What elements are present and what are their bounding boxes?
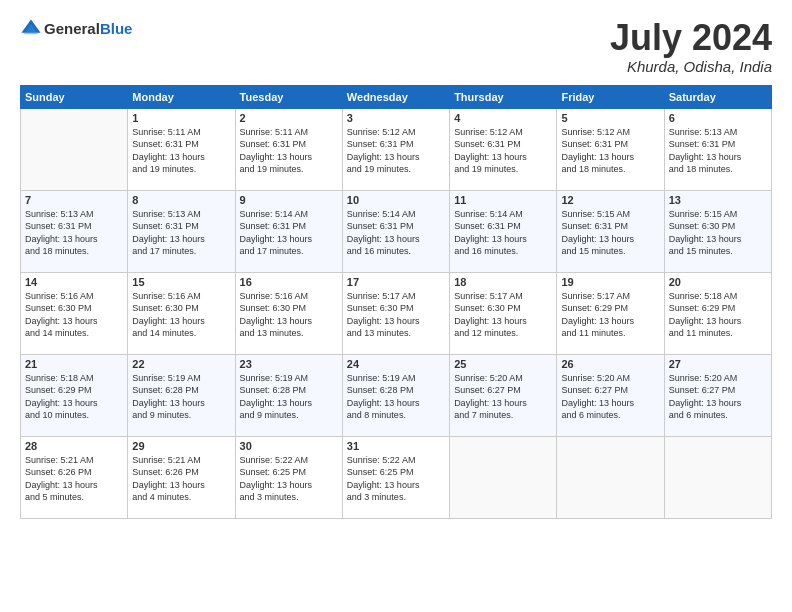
calendar-cell: 21Sunrise: 5:18 AM Sunset: 6:29 PM Dayli… bbox=[21, 354, 128, 436]
day-number: 6 bbox=[669, 112, 767, 124]
header: GeneralBlue July 2024 Khurda, Odisha, In… bbox=[20, 18, 772, 75]
col-header-monday: Monday bbox=[128, 85, 235, 108]
day-number: 19 bbox=[561, 276, 659, 288]
calendar-cell: 20Sunrise: 5:18 AM Sunset: 6:29 PM Dayli… bbox=[664, 272, 771, 354]
calendar-cell bbox=[450, 436, 557, 518]
week-row-5: 28Sunrise: 5:21 AM Sunset: 6:26 PM Dayli… bbox=[21, 436, 772, 518]
day-number: 4 bbox=[454, 112, 552, 124]
day-info: Sunrise: 5:22 AM Sunset: 6:25 PM Dayligh… bbox=[240, 454, 338, 504]
day-info: Sunrise: 5:14 AM Sunset: 6:31 PM Dayligh… bbox=[347, 208, 445, 258]
calendar-cell: 26Sunrise: 5:20 AM Sunset: 6:27 PM Dayli… bbox=[557, 354, 664, 436]
day-info: Sunrise: 5:17 AM Sunset: 6:30 PM Dayligh… bbox=[454, 290, 552, 340]
day-info: Sunrise: 5:12 AM Sunset: 6:31 PM Dayligh… bbox=[347, 126, 445, 176]
logo-icon bbox=[20, 18, 42, 40]
day-number: 22 bbox=[132, 358, 230, 370]
day-number: 31 bbox=[347, 440, 445, 452]
logo: GeneralBlue bbox=[20, 18, 132, 40]
day-number: 5 bbox=[561, 112, 659, 124]
calendar-cell: 12Sunrise: 5:15 AM Sunset: 6:31 PM Dayli… bbox=[557, 190, 664, 272]
day-info: Sunrise: 5:19 AM Sunset: 6:28 PM Dayligh… bbox=[132, 372, 230, 422]
day-info: Sunrise: 5:14 AM Sunset: 6:31 PM Dayligh… bbox=[240, 208, 338, 258]
day-info: Sunrise: 5:14 AM Sunset: 6:31 PM Dayligh… bbox=[454, 208, 552, 258]
day-number: 3 bbox=[347, 112, 445, 124]
calendar-cell: 25Sunrise: 5:20 AM Sunset: 6:27 PM Dayli… bbox=[450, 354, 557, 436]
day-number: 10 bbox=[347, 194, 445, 206]
calendar-cell: 29Sunrise: 5:21 AM Sunset: 6:26 PM Dayli… bbox=[128, 436, 235, 518]
day-number: 23 bbox=[240, 358, 338, 370]
col-header-saturday: Saturday bbox=[664, 85, 771, 108]
day-number: 30 bbox=[240, 440, 338, 452]
calendar-cell bbox=[21, 108, 128, 190]
calendar-cell: 3Sunrise: 5:12 AM Sunset: 6:31 PM Daylig… bbox=[342, 108, 449, 190]
day-number: 1 bbox=[132, 112, 230, 124]
day-info: Sunrise: 5:21 AM Sunset: 6:26 PM Dayligh… bbox=[25, 454, 123, 504]
header-row: SundayMondayTuesdayWednesdayThursdayFrid… bbox=[21, 85, 772, 108]
calendar-cell: 4Sunrise: 5:12 AM Sunset: 6:31 PM Daylig… bbox=[450, 108, 557, 190]
calendar-cell: 2Sunrise: 5:11 AM Sunset: 6:31 PM Daylig… bbox=[235, 108, 342, 190]
calendar-cell: 13Sunrise: 5:15 AM Sunset: 6:30 PM Dayli… bbox=[664, 190, 771, 272]
calendar-cell: 15Sunrise: 5:16 AM Sunset: 6:30 PM Dayli… bbox=[128, 272, 235, 354]
calendar-cell: 19Sunrise: 5:17 AM Sunset: 6:29 PM Dayli… bbox=[557, 272, 664, 354]
day-number: 28 bbox=[25, 440, 123, 452]
logo-text: GeneralBlue bbox=[44, 20, 132, 38]
calendar-cell: 7Sunrise: 5:13 AM Sunset: 6:31 PM Daylig… bbox=[21, 190, 128, 272]
calendar-cell bbox=[557, 436, 664, 518]
day-number: 14 bbox=[25, 276, 123, 288]
calendar-cell: 6Sunrise: 5:13 AM Sunset: 6:31 PM Daylig… bbox=[664, 108, 771, 190]
day-info: Sunrise: 5:20 AM Sunset: 6:27 PM Dayligh… bbox=[561, 372, 659, 422]
day-info: Sunrise: 5:15 AM Sunset: 6:31 PM Dayligh… bbox=[561, 208, 659, 258]
day-number: 29 bbox=[132, 440, 230, 452]
day-number: 17 bbox=[347, 276, 445, 288]
title-block: July 2024 Khurda, Odisha, India bbox=[610, 18, 772, 75]
day-number: 11 bbox=[454, 194, 552, 206]
calendar-cell: 1Sunrise: 5:11 AM Sunset: 6:31 PM Daylig… bbox=[128, 108, 235, 190]
week-row-4: 21Sunrise: 5:18 AM Sunset: 6:29 PM Dayli… bbox=[21, 354, 772, 436]
day-info: Sunrise: 5:21 AM Sunset: 6:26 PM Dayligh… bbox=[132, 454, 230, 504]
day-number: 12 bbox=[561, 194, 659, 206]
location: Khurda, Odisha, India bbox=[610, 58, 772, 75]
day-number: 27 bbox=[669, 358, 767, 370]
day-info: Sunrise: 5:20 AM Sunset: 6:27 PM Dayligh… bbox=[454, 372, 552, 422]
week-row-2: 7Sunrise: 5:13 AM Sunset: 6:31 PM Daylig… bbox=[21, 190, 772, 272]
day-info: Sunrise: 5:13 AM Sunset: 6:31 PM Dayligh… bbox=[132, 208, 230, 258]
day-info: Sunrise: 5:11 AM Sunset: 6:31 PM Dayligh… bbox=[240, 126, 338, 176]
day-number: 13 bbox=[669, 194, 767, 206]
calendar-table: SundayMondayTuesdayWednesdayThursdayFrid… bbox=[20, 85, 772, 519]
calendar-cell: 14Sunrise: 5:16 AM Sunset: 6:30 PM Dayli… bbox=[21, 272, 128, 354]
week-row-1: 1Sunrise: 5:11 AM Sunset: 6:31 PM Daylig… bbox=[21, 108, 772, 190]
day-number: 20 bbox=[669, 276, 767, 288]
calendar-cell: 9Sunrise: 5:14 AM Sunset: 6:31 PM Daylig… bbox=[235, 190, 342, 272]
calendar-cell: 28Sunrise: 5:21 AM Sunset: 6:26 PM Dayli… bbox=[21, 436, 128, 518]
calendar-cell: 16Sunrise: 5:16 AM Sunset: 6:30 PM Dayli… bbox=[235, 272, 342, 354]
calendar-cell: 8Sunrise: 5:13 AM Sunset: 6:31 PM Daylig… bbox=[128, 190, 235, 272]
day-number: 16 bbox=[240, 276, 338, 288]
col-header-wednesday: Wednesday bbox=[342, 85, 449, 108]
day-info: Sunrise: 5:22 AM Sunset: 6:25 PM Dayligh… bbox=[347, 454, 445, 504]
day-number: 21 bbox=[25, 358, 123, 370]
day-info: Sunrise: 5:16 AM Sunset: 6:30 PM Dayligh… bbox=[240, 290, 338, 340]
day-number: 24 bbox=[347, 358, 445, 370]
calendar-cell: 22Sunrise: 5:19 AM Sunset: 6:28 PM Dayli… bbox=[128, 354, 235, 436]
calendar-cell: 27Sunrise: 5:20 AM Sunset: 6:27 PM Dayli… bbox=[664, 354, 771, 436]
calendar-cell: 18Sunrise: 5:17 AM Sunset: 6:30 PM Dayli… bbox=[450, 272, 557, 354]
day-info: Sunrise: 5:16 AM Sunset: 6:30 PM Dayligh… bbox=[25, 290, 123, 340]
day-info: Sunrise: 5:12 AM Sunset: 6:31 PM Dayligh… bbox=[561, 126, 659, 176]
col-header-tuesday: Tuesday bbox=[235, 85, 342, 108]
logo-blue: Blue bbox=[100, 20, 133, 37]
day-number: 9 bbox=[240, 194, 338, 206]
day-info: Sunrise: 5:19 AM Sunset: 6:28 PM Dayligh… bbox=[347, 372, 445, 422]
day-number: 25 bbox=[454, 358, 552, 370]
day-info: Sunrise: 5:12 AM Sunset: 6:31 PM Dayligh… bbox=[454, 126, 552, 176]
day-number: 2 bbox=[240, 112, 338, 124]
day-number: 15 bbox=[132, 276, 230, 288]
day-number: 7 bbox=[25, 194, 123, 206]
week-row-3: 14Sunrise: 5:16 AM Sunset: 6:30 PM Dayli… bbox=[21, 272, 772, 354]
month-title: July 2024 bbox=[610, 18, 772, 58]
col-header-friday: Friday bbox=[557, 85, 664, 108]
day-info: Sunrise: 5:19 AM Sunset: 6:28 PM Dayligh… bbox=[240, 372, 338, 422]
day-info: Sunrise: 5:17 AM Sunset: 6:29 PM Dayligh… bbox=[561, 290, 659, 340]
page: GeneralBlue July 2024 Khurda, Odisha, In… bbox=[0, 0, 792, 612]
calendar-cell: 31Sunrise: 5:22 AM Sunset: 6:25 PM Dayli… bbox=[342, 436, 449, 518]
day-info: Sunrise: 5:16 AM Sunset: 6:30 PM Dayligh… bbox=[132, 290, 230, 340]
col-header-thursday: Thursday bbox=[450, 85, 557, 108]
